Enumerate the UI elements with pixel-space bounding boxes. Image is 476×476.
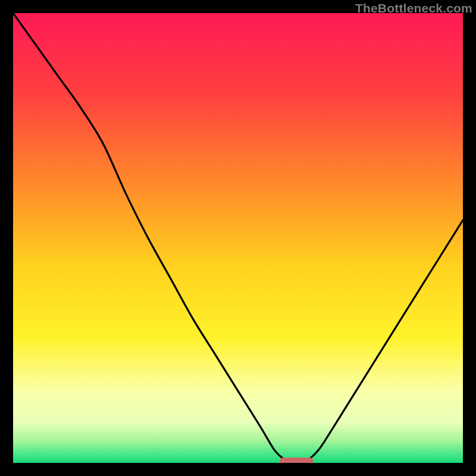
optimal-marker bbox=[280, 458, 314, 463]
chart-frame: TheBottleneck.com bbox=[0, 0, 476, 476]
chart-svg bbox=[13, 13, 463, 463]
attribution-text: TheBottleneck.com bbox=[355, 1, 472, 15]
gradient-background bbox=[13, 13, 463, 463]
plot-area bbox=[13, 13, 463, 463]
